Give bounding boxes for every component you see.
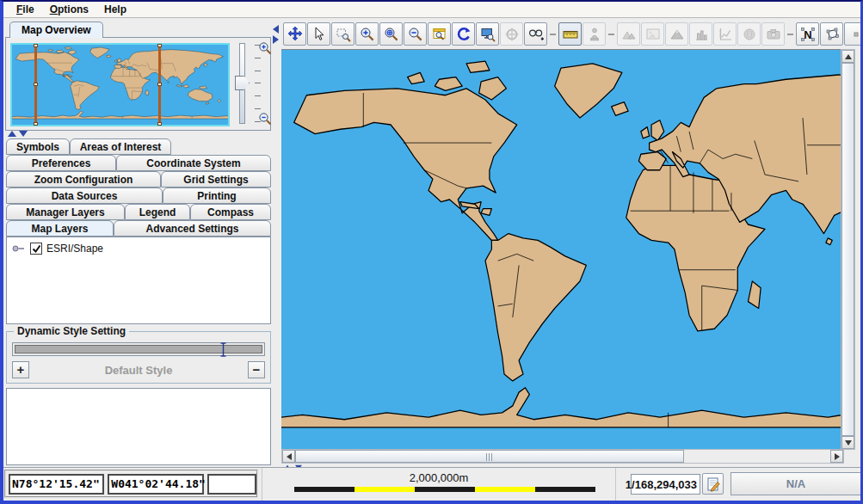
vertical-scrollbar-thumb[interactable] — [841, 63, 854, 436]
pan-tool-button[interactable] — [283, 22, 306, 46]
tab-map-layers[interactable]: Map Layers — [6, 220, 114, 237]
tab-printing[interactable]: Printing — [163, 187, 271, 204]
edit-scale-button[interactable] — [702, 473, 724, 495]
tab-compass[interactable]: Compass — [190, 204, 271, 220]
horizontal-scrollbar-thumb[interactable] — [295, 450, 684, 463]
map-viewport[interactable] — [281, 49, 841, 449]
scroll-up-button[interactable] — [841, 50, 854, 63]
scale-ratio-field[interactable]: 1/168,294,033 — [631, 474, 700, 495]
map-overview-pane: Map Overview — [5, 22, 271, 131]
scroll-right-button[interactable] — [830, 450, 843, 463]
tab-coordinate-system[interactable]: Coordinate System — [116, 155, 271, 171]
main-splitter[interactable] — [272, 18, 281, 467]
target-tool-button[interactable] — [500, 22, 523, 46]
point-icon — [848, 26, 863, 43]
viewport-left-line[interactable] — [34, 45, 37, 125]
up-arrow-icon — [845, 54, 852, 59]
pencil-edit-icon — [706, 476, 721, 492]
group-title: Dynamic Style Setting — [14, 325, 129, 337]
node-edit-tool-button[interactable]: N — [796, 22, 819, 46]
camera-tool-button[interactable] — [761, 22, 785, 46]
horizontal-scrollbar[interactable] — [281, 449, 844, 464]
vertical-scrollbar[interactable] — [841, 49, 855, 450]
zoom-in-tool-button[interactable] — [355, 22, 379, 46]
status-bar: N78°12'15.42" W041°02'44.18" 2,000,000m … — [3, 467, 860, 501]
scale-bar — [294, 487, 595, 492]
menu-help[interactable]: Help — [96, 3, 134, 15]
application-window: File Options Help Map Overview — [0, 0, 863, 504]
collapse-up-icon[interactable] — [8, 131, 16, 137]
pan-icon — [287, 26, 304, 43]
projection-status-button[interactable]: N/A — [730, 472, 861, 495]
tab-manager-layers[interactable]: Manager Layers — [6, 204, 125, 220]
zoom-out-tool-button[interactable] — [404, 22, 427, 46]
layer-checkbox[interactable] — [30, 243, 42, 255]
zoom-in-icon — [359, 26, 376, 43]
bar-chart-tool-button[interactable] — [689, 22, 712, 46]
tab-data-sources[interactable]: Data Sources — [6, 187, 163, 204]
zoom-in-magnifier-icon[interactable] — [258, 41, 272, 55]
polygon-edit-tool-button[interactable] — [820, 22, 843, 46]
terrain-tool-button[interactable] — [617, 22, 640, 46]
overview-zoom-slider-area — [232, 41, 270, 127]
dynamic-style-group: Dynamic Style Setting + Default Style − — [6, 331, 271, 384]
cursor-icon — [311, 26, 328, 43]
node-edit-icon: N — [799, 26, 817, 43]
viewport-right-line[interactable] — [158, 45, 161, 125]
longitude-field[interactable]: W041°02'44.18" — [108, 474, 204, 495]
style-slider[interactable] — [12, 342, 265, 356]
screen-zoom-icon — [479, 26, 496, 43]
tab-legend[interactable]: Legend — [125, 204, 190, 220]
text-cursor-icon — [219, 341, 227, 358]
statue-tool-button[interactable] — [583, 22, 606, 46]
zoom-point-tool-button[interactable] — [379, 22, 403, 46]
overview-minimap[interactable] — [10, 43, 230, 126]
overview-world-map — [12, 45, 228, 125]
scroll-down-button[interactable] — [841, 436, 854, 449]
tab-zoom-configuration[interactable]: Zoom Configuration — [6, 171, 161, 187]
mountains-icon — [620, 26, 638, 43]
zoom-box-tool-button[interactable] — [331, 22, 354, 46]
line-chart-tool-button[interactable] — [713, 22, 737, 46]
globe-tool-button[interactable] — [737, 22, 761, 46]
tree-row-esri-shape[interactable]: ESRI/Shape — [7, 237, 270, 255]
image-tool-button[interactable] — [641, 22, 664, 46]
tree-expand-handle-icon[interactable] — [12, 244, 26, 253]
camera-icon — [765, 26, 782, 43]
right-arrow-icon — [835, 453, 840, 460]
zoom-out-magnifier-icon[interactable] — [258, 112, 272, 126]
checkbox-check-icon — [32, 244, 41, 254]
tab-preferences[interactable]: Preferences — [6, 155, 116, 171]
overview-window-icon — [431, 26, 448, 43]
splitter-collapse-left-icon[interactable] — [273, 25, 279, 34]
select-tool-button[interactable] — [307, 22, 330, 46]
remove-style-button[interactable]: − — [248, 361, 265, 378]
svg-text:N: N — [804, 28, 811, 40]
ruler-tool-button[interactable] — [558, 22, 582, 46]
collapse-down-icon[interactable] — [19, 131, 28, 137]
tab-symbols[interactable]: Symbols — [6, 138, 70, 155]
latitude-field[interactable]: N78°12'15.42" — [9, 474, 104, 495]
layer-label: ESRI/Shape — [46, 243, 103, 255]
mountain-tool-button[interactable] — [665, 22, 688, 46]
ruler-icon — [562, 26, 579, 43]
glasses-tool-button[interactable] — [524, 22, 547, 46]
menu-file[interactable]: File — [9, 3, 42, 15]
toolbar-separator — [550, 34, 556, 35]
tab-grid-settings[interactable]: Grid Settings — [161, 171, 271, 187]
elevation-field[interactable] — [207, 474, 256, 495]
tab-areas-of-interest[interactable]: Areas of Interest — [70, 138, 171, 155]
overview-window-tool-button[interactable] — [428, 22, 451, 46]
menu-bar: File Options Help — [3, 2, 860, 18]
tab-advanced-settings[interactable]: Advanced Settings — [114, 220, 271, 237]
refresh-tool-button[interactable] — [452, 22, 475, 46]
menu-options[interactable]: Options — [42, 3, 96, 15]
splitter-expand-right-icon[interactable] — [273, 35, 279, 44]
scroll-left-button[interactable] — [282, 450, 295, 463]
point-tool-button[interactable] — [844, 22, 863, 46]
tab-map-overview[interactable]: Map Overview — [9, 22, 103, 38]
zoom-slider-thumb[interactable] — [235, 76, 250, 90]
zoom-out-icon — [407, 26, 424, 43]
down-arrow-icon — [845, 440, 852, 446]
screen-zoom-tool-button[interactable] — [476, 22, 499, 46]
